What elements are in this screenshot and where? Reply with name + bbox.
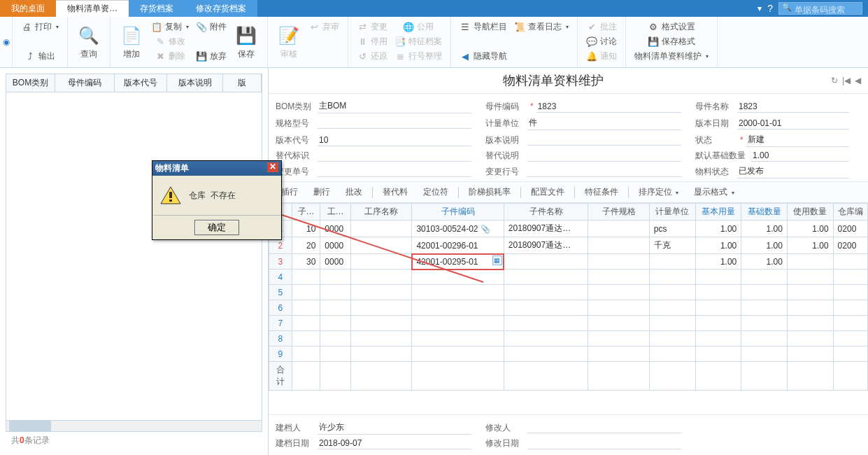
attach-button[interactable]: 📎附件 bbox=[193, 20, 229, 34]
help-icon[interactable]: ? bbox=[767, 3, 773, 14]
format-setting-button[interactable]: ⚙格式设置 bbox=[632, 20, 711, 34]
stop-button[interactable]: ⏸停用 bbox=[354, 34, 390, 48]
base-qty-field[interactable]: 1.00 bbox=[751, 150, 849, 162]
table-row[interactable]: 9 bbox=[269, 346, 868, 362]
abandon-button[interactable]: 💾放弃 bbox=[193, 49, 229, 63]
alt-desc-field[interactable] bbox=[527, 150, 681, 162]
print-button[interactable]: 🖨打印▾ bbox=[18, 20, 62, 34]
table-row[interactable]: 2 20 0000 42001-00296-01 20180907通达… 千克 … bbox=[269, 237, 868, 254]
bom-maintain-button[interactable]: 物料清单资料维护▾ bbox=[632, 49, 711, 63]
query-button[interactable]: 🔍查询 bbox=[73, 20, 104, 64]
left-panel: BOM类别 母件编码 版本代号 版本说明 版 共0条记录 物料清单 ✕ 仓库 不… bbox=[0, 68, 269, 455]
restore-icon: ↺ bbox=[357, 50, 368, 62]
attach-icon: 📎 bbox=[481, 225, 490, 233]
table-row[interactable]: 8 bbox=[269, 331, 868, 346]
table-row[interactable]: 4 bbox=[269, 270, 868, 285]
batch-approve-button[interactable]: ✔批注 bbox=[583, 20, 620, 34]
tab-desktop[interactable]: 我的桌面 bbox=[0, 0, 56, 17]
save-button[interactable]: 💾保存 bbox=[231, 20, 262, 64]
output-button[interactable]: ⤴输出 bbox=[18, 49, 62, 63]
copy-icon: 📋 bbox=[151, 21, 162, 32]
tab-inventory[interactable]: 存货档案 bbox=[129, 0, 185, 17]
dialog-title: 物料清单 bbox=[155, 162, 189, 174]
col-bom-type[interactable]: BOM类别 bbox=[6, 74, 55, 92]
picker-icon[interactable]: ▦ bbox=[492, 255, 502, 265]
left-scrollbar[interactable] bbox=[6, 421, 262, 432]
delete-icon: ✖ bbox=[155, 50, 166, 62]
copy-button[interactable]: 📋复制▾ bbox=[148, 20, 192, 34]
ver-date-field[interactable]: 2000-01-01 bbox=[737, 118, 849, 130]
prev-icon[interactable]: ◀ bbox=[855, 76, 861, 85]
discuss-button[interactable]: 💬讨论 bbox=[583, 34, 620, 48]
public-button[interactable]: 🌐公用 bbox=[392, 20, 445, 34]
change-no-field bbox=[318, 166, 471, 177]
config-button[interactable]: 配置文件 bbox=[525, 185, 570, 200]
abandon-icon: 💾 bbox=[196, 50, 207, 62]
dropdown-icon[interactable]: ▾ bbox=[757, 4, 762, 13]
format-icon: ⚙ bbox=[648, 21, 659, 32]
change-button[interactable]: ⇄变更 bbox=[354, 20, 390, 34]
creator-field: 许少东 bbox=[318, 421, 471, 435]
modify-button[interactable]: ✎修改 bbox=[148, 34, 192, 48]
print-icon: 🖨 bbox=[21, 21, 32, 32]
delete-row-button[interactable]: 删行 bbox=[308, 185, 336, 200]
feature-button[interactable]: 特征条件 bbox=[579, 185, 624, 200]
discard-button[interactable]: ↩弃审 bbox=[306, 20, 342, 34]
table-row[interactable]: 7 bbox=[269, 316, 868, 331]
table-row[interactable]: 6 bbox=[269, 300, 868, 316]
row-arrange-button[interactable]: ≣行号整理 bbox=[392, 49, 445, 63]
restore-button[interactable]: ↺还原 bbox=[354, 49, 390, 63]
right-panel: 物料清单资料维护 ↻ |◀ ◀ BOM类别主BOM 母件编码*1823 母件名称… bbox=[269, 68, 868, 455]
save-format-button[interactable]: 💾保存格式 bbox=[632, 34, 711, 48]
public-icon: 🌐 bbox=[403, 21, 414, 32]
ver-desc-field[interactable] bbox=[527, 134, 681, 146]
refresh-icon[interactable]: ↻ bbox=[831, 76, 838, 85]
alt-material-button[interactable]: 替代料 bbox=[377, 185, 413, 200]
ver-code-field[interactable]: 10 bbox=[318, 134, 471, 146]
nav-bar-button[interactable]: ☰导航栏目 bbox=[457, 20, 510, 34]
loss-button[interactable]: 阶梯损耗率 bbox=[463, 185, 516, 200]
save-icon: 💾 bbox=[235, 24, 257, 47]
left-grid-body[interactable] bbox=[6, 92, 262, 421]
first-icon[interactable]: |◀ bbox=[842, 76, 851, 85]
audit-icon: 📝 bbox=[278, 24, 300, 47]
status-field[interactable]: 新建 bbox=[746, 133, 849, 147]
add-button[interactable]: 📄增加 bbox=[116, 20, 147, 64]
dialog-close-button[interactable]: ✕ bbox=[267, 162, 278, 172]
col-version-code[interactable]: 版本代号 bbox=[115, 74, 167, 92]
dialog-ok-button[interactable]: 确定 bbox=[194, 220, 239, 235]
display-button[interactable]: 显示格式 ▾ bbox=[688, 185, 739, 200]
discuss-icon: 💬 bbox=[586, 36, 597, 47]
delete-button[interactable]: ✖删除 bbox=[148, 49, 192, 63]
alt-field[interactable] bbox=[318, 150, 471, 162]
detail-toolbar: 插行 删行 批改 替代料 定位符 阶梯损耗率 配置文件 特征条件 排序定位 ▾ … bbox=[269, 181, 868, 203]
col-ver[interactable]: 版 bbox=[223, 74, 262, 92]
table-row[interactable]: 1 10 0000 30103-00524-02📎 20180907通达… pc… bbox=[269, 220, 868, 237]
warning-dialog: 物料清单 ✕ 仓库 不存在 确定 bbox=[152, 160, 282, 240]
col-version-desc[interactable]: 版本说明 bbox=[167, 74, 223, 92]
table-row[interactable]: 5 bbox=[269, 285, 868, 300]
table-row[interactable]: 3 30 0000 42001-00295-01▦ 1.00 1.00 bbox=[269, 254, 868, 270]
feature-file-button[interactable]: 📑特征档案 bbox=[392, 34, 445, 48]
left-grid-header: BOM类别 母件编码 版本代号 版本说明 版 bbox=[6, 74, 262, 92]
parent-code-field[interactable]: 1823 bbox=[536, 101, 681, 113]
ribbon-toggle-icon[interactable]: ◉ bbox=[3, 37, 10, 47]
sort-button[interactable]: 排序定位 ▾ bbox=[633, 185, 684, 200]
view-log-button[interactable]: 📜查看日志▾ bbox=[511, 20, 571, 34]
svg-rect-1 bbox=[169, 192, 172, 198]
tab-bom[interactable]: 物料清单资… bbox=[56, 0, 129, 17]
bom-type-field[interactable]: 主BOM bbox=[318, 99, 471, 113]
batch-edit-button[interactable]: 批改 bbox=[340, 185, 368, 200]
hide-nav-button[interactable]: ◀隐藏导航 bbox=[457, 49, 510, 63]
tab-modify-inventory[interactable]: 修改存货档案 bbox=[185, 0, 257, 17]
modify-date-field bbox=[527, 438, 681, 449]
notify-icon: 🔔 bbox=[586, 50, 597, 62]
locator-button[interactable]: 定位符 bbox=[418, 185, 454, 200]
audit-button[interactable]: 📝审核 bbox=[273, 20, 304, 64]
col-parent-code[interactable]: 母件编码 bbox=[55, 74, 115, 92]
search-input[interactable]: 单据条码搜索 bbox=[778, 2, 862, 15]
unit-field: 件 bbox=[527, 116, 681, 130]
material-status-field: 已发布 bbox=[737, 164, 849, 178]
notify-button[interactable]: 🔔通知 bbox=[583, 49, 620, 63]
nav-icon: ☰ bbox=[460, 21, 471, 32]
